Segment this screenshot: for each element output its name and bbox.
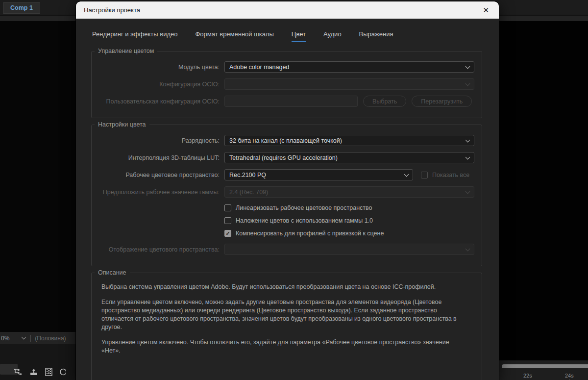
linearize-checkbox-row: Линеаризовать рабочее цветовое пространс… (224, 204, 475, 211)
chevron-down-icon (404, 172, 409, 177)
comp-tab[interactable]: Comp 1 (3, 2, 40, 14)
divider (30, 335, 31, 342)
description-paragraph-3: Управление цветом включено. Чтобы отключ… (101, 338, 457, 355)
assumed-gamma-label: Предположить рабочее значение гаммы: (98, 189, 220, 196)
compensate-checkbox[interactable] (224, 230, 231, 237)
tab-audio[interactable]: Аудио (323, 30, 342, 42)
flowchart-icon[interactable] (14, 368, 23, 376)
assumed-gamma-value: 2.4 (Rec. 709) (229, 189, 268, 196)
custom-ocio-label: Пользовательская конфигурация OCIO: (98, 98, 220, 105)
blend-gamma-checkbox[interactable] (224, 217, 231, 224)
depth-dropdown[interactable]: 32 бита на канал (с плавающей точкой) (224, 135, 474, 146)
magnification-value: 0% (1, 335, 9, 342)
anchor-tool-icon[interactable] (29, 368, 38, 376)
composition-bottom-bar: 0% (Половина) (0, 332, 76, 344)
chevron-down-icon (466, 81, 470, 86)
timeline-ruler[interactable]: 22s 24s (499, 371, 588, 380)
description-paragraph-2: Если управление цветом включено, можно з… (101, 298, 457, 331)
viewport-right (499, 21, 588, 360)
group-color-management: Управление цветом Модуль цвета: Adobe co… (91, 51, 482, 118)
color-engine-value: Adobe color managed (229, 64, 289, 71)
chevron-down-icon (466, 189, 470, 194)
display-space-label: Отображение цветового пространства: (98, 246, 220, 253)
show-all-label: Показать все (432, 172, 469, 178)
ruler-tick-22s: 22s (523, 373, 532, 379)
close-icon[interactable]: ✕ (481, 5, 491, 16)
settings-tabs: Рендеринг и эффекты видео Формат временн… (76, 30, 499, 42)
tab-expressions[interactable]: Выражения (359, 30, 393, 42)
show-all-checkbox-row: Показать все (421, 172, 469, 178)
working-space-dropdown[interactable]: Rec.2100 PQ (224, 169, 413, 180)
chevron-down-icon (466, 64, 470, 69)
linearize-label: Линеаризовать рабочее цветовое пространс… (236, 204, 372, 211)
dialog-body: Рендеринг и эффекты видео Формат временн… (76, 19, 499, 380)
ocio-config-dropdown (224, 78, 474, 90)
ocio-config-label: Конфигурация OCIO: (98, 81, 220, 88)
blend-gamma-label: Наложение цветов с использованием гаммы … (236, 217, 373, 224)
magnification-dropdown[interactable]: 0% (0, 335, 25, 342)
working-space-label: Рабочее цветовое пространство: (98, 172, 220, 178)
linearize-checkbox[interactable] (224, 204, 231, 211)
show-all-checkbox (421, 172, 428, 178)
chevron-down-icon (466, 138, 470, 143)
group-legend: Описание (95, 269, 130, 276)
chevron-down-icon (466, 155, 470, 160)
reload-button: Перезагрузить (412, 96, 472, 107)
timeline-panel: 22s 24s (499, 360, 588, 380)
group-legend: Управление цветом (95, 48, 157, 54)
dialog-title: Настройки проекта (84, 6, 481, 14)
assumed-gamma-dropdown: 2.4 (Rec. 709) (224, 186, 474, 198)
color-engine-label: Модуль цвета: (98, 64, 220, 71)
color-engine-dropdown[interactable]: Adobe color managed (224, 61, 474, 73)
compensate-checkbox-row: Компенсировать для профилей с привязкой … (224, 230, 475, 237)
depth-value: 32 бита на канал (с плавающей точкой) (229, 137, 342, 144)
group-legend: Настройки цвета (95, 121, 149, 128)
timeline-horizontal-scrollbar[interactable] (502, 364, 588, 368)
custom-ocio-input (224, 96, 358, 107)
compensate-label: Компенсировать для профилей с привязкой … (236, 230, 384, 237)
snapshot-icon[interactable] (59, 368, 66, 376)
depth-label: Разрядность: (98, 137, 220, 144)
lut-interpolation-label: Интерполяция 3D-таблицы LUT: (98, 154, 220, 161)
chevron-down-icon (466, 247, 470, 252)
tab-rendering-effects[interactable]: Рендеринг и эффекты видео (92, 30, 177, 42)
viewer-toolbar-icons (14, 368, 66, 376)
lut-interpolation-dropdown[interactable]: Tetrahedral (requires GPU acceleration) (224, 152, 474, 163)
choose-button: Выбрать (363, 96, 406, 107)
working-space-value: Rec.2100 PQ (229, 172, 266, 178)
dialog-titlebar: Настройки проекта ✕ (76, 1, 499, 19)
display-space-dropdown (224, 244, 474, 255)
ruler-tick-24s: 24s (565, 373, 574, 379)
lut-interpolation-value: Tetrahedral (requires GPU acceleration) (229, 154, 338, 161)
resolution-dropdown[interactable]: (Половина) (35, 335, 66, 342)
viewport-left (0, 21, 76, 332)
description-paragraph-1: Выбрана система управления цветом Adobe.… (101, 283, 457, 291)
tab-timeline-format[interactable]: Формат временной шкалы (195, 30, 273, 42)
filmstrip-icon[interactable] (45, 368, 52, 376)
chevron-down-icon (22, 335, 26, 340)
project-settings-dialog: Настройки проекта ✕ Рендеринг и эффекты … (76, 1, 499, 380)
group-color-settings: Настройки цвета Разрядность: 32 бита на … (91, 125, 482, 266)
group-description: Описание Выбрана система управления цвет… (91, 273, 482, 380)
tab-color[interactable]: Цвет (292, 30, 306, 42)
blend-gamma-checkbox-row: Наложение цветов с использованием гаммы … (224, 217, 475, 224)
comp-tab-label: Comp 1 (10, 4, 33, 11)
